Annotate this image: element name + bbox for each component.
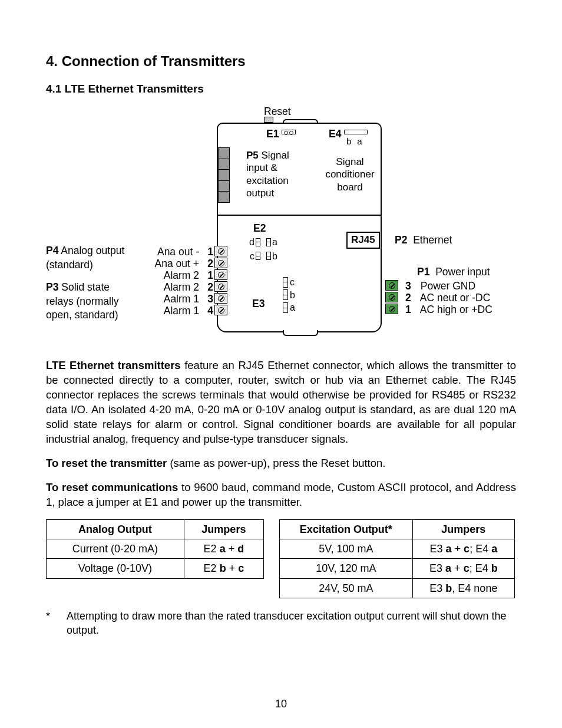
paragraph-reset-transmitter: To reset the transmitter (same as power-… xyxy=(46,456,516,471)
e3-label: E3 xyxy=(252,297,265,311)
board-divider xyxy=(218,215,381,216)
paragraph-lte: LTE Ethernet transmitters feature an RJ4… xyxy=(46,358,516,447)
p4-block: P4 Analog output (standard) xyxy=(46,244,139,272)
p5-connector-blocks xyxy=(218,147,230,202)
e1-label: E1 xyxy=(266,127,279,141)
p1-pin-labels: 3 Power GND 2 AC neut or -DC 1 AC high o… xyxy=(405,279,492,315)
exc-jumpers-2: E3 b, E4 none xyxy=(412,578,514,598)
analog-output-table: Analog OutputJumpers Current (0-20 mA) E… xyxy=(46,519,264,579)
e2-jumpers: da cb xyxy=(247,236,279,263)
p2-block: P2 Ethernet xyxy=(395,233,452,248)
e4-label: E4 xyxy=(329,127,341,141)
right-terminals xyxy=(385,279,402,315)
rj45-label: RJ45 xyxy=(346,232,380,249)
th-excitation-output: Excitation Output* xyxy=(280,519,413,539)
th-jumpers: Jumpers xyxy=(412,519,514,539)
e1-jumper-icon xyxy=(282,130,296,134)
th-jumpers: Jumpers xyxy=(184,519,263,539)
exc-jumpers-0: E3 a + c; E4 a xyxy=(412,539,514,559)
subsection-heading: 4.1 LTE Ethernet Transmitters xyxy=(46,81,516,97)
table-row: Voltage (0-10V) E2 b + c xyxy=(47,559,264,578)
left-terminals xyxy=(211,245,227,316)
transmitter-diagram: Reset E1 E4 ba P5 Signal input & excitat… xyxy=(46,105,516,341)
footnote: * Attempting to draw more than the rated… xyxy=(46,609,516,638)
section-heading: 4. Connection of Transmitters xyxy=(46,52,516,71)
table-row: Current (0-20 mA) E2 a + d xyxy=(47,539,264,559)
page-number: 10 xyxy=(46,697,516,711)
paragraph-reset-comms: To reset communications to 9600 baud, co… xyxy=(46,480,516,510)
exc-jumpers-1: E3 a + c; E4 b xyxy=(412,559,514,578)
e4-sublabels: ba xyxy=(346,136,368,147)
table-row: 24V, 50 mAE3 b, E4 none xyxy=(280,578,515,598)
footnote-text: Attempting to draw more than the rated t… xyxy=(67,609,516,638)
p3-block: P3 Solid state relays (normally open, st… xyxy=(46,281,139,322)
e2-label: E2 xyxy=(253,222,266,236)
board-notch-bottom xyxy=(283,330,318,336)
e4-jumper-icon xyxy=(344,130,368,134)
e3-jumpers: c b a xyxy=(283,276,297,314)
footnote-star: * xyxy=(46,609,56,638)
excitation-output-table: Excitation Output*Jumpers 5V, 100 mAE3 a… xyxy=(279,519,515,598)
p5-block: P5 Signal input & excitation output xyxy=(246,149,309,201)
table-row: 10V, 120 mAE3 a + c; E4 b xyxy=(280,559,515,578)
table-row: 5V, 100 mAE3 a + c; E4 a xyxy=(280,539,515,559)
left-terminal-labels: Ana out -1 Ana out +2 Alarm 21 Alarm 22 … xyxy=(137,245,213,316)
p1-block: P1 Power input xyxy=(417,265,490,279)
reset-button-graphic xyxy=(264,117,273,123)
signal-conditioner-label: Signal conditioner board xyxy=(322,156,378,193)
th-analog-output: Analog Output xyxy=(47,519,184,539)
